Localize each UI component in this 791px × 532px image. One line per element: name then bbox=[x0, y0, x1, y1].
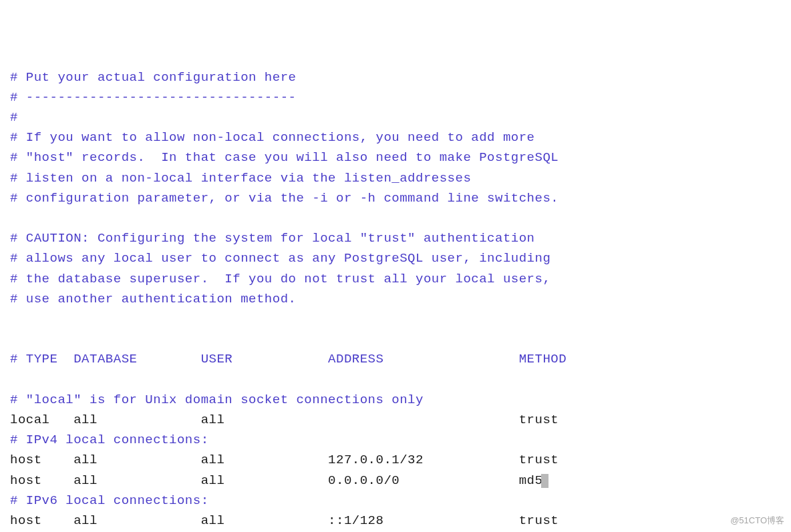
config-comment-line: # ---------------------------------- bbox=[10, 87, 781, 107]
config-comment-line: # allows any local user to connect as an… bbox=[10, 248, 781, 268]
config-comment-line bbox=[10, 309, 781, 329]
config-comment-line: # TYPE DATABASE USER ADDRESS METHOD bbox=[10, 349, 781, 369]
config-comment-line: # Put your actual configuration here bbox=[10, 67, 781, 87]
config-comment-line: # use another authentication method. bbox=[10, 289, 781, 309]
config-entry-line: host all all 0.0.0.0/0 md5 bbox=[10, 471, 781, 491]
config-entry-line: host all all ::1/128 trust bbox=[10, 511, 781, 531]
config-comment-line: # the database superuser. If you do not … bbox=[10, 269, 781, 289]
config-comment-line: # configuration parameter, or via the -i… bbox=[10, 188, 781, 208]
config-comment-line: # IPv6 local connections: bbox=[10, 491, 781, 511]
config-file-content: # Put your actual configuration here# --… bbox=[10, 67, 781, 532]
config-entry-line: local all all trust bbox=[10, 410, 781, 430]
config-entry-line: host all all 127.0.0.1/32 trust bbox=[10, 450, 781, 470]
config-comment-line: # IPv4 local connections: bbox=[10, 430, 781, 450]
watermark: @51CTO博客 bbox=[730, 514, 784, 528]
config-comment-line: # CAUTION: Configuring the system for lo… bbox=[10, 228, 781, 248]
config-comment-line: # bbox=[10, 107, 781, 127]
terminal-cursor bbox=[541, 474, 548, 488]
config-comment-line bbox=[10, 329, 781, 349]
config-comment-line bbox=[10, 370, 781, 390]
config-comment-line bbox=[10, 208, 781, 228]
config-comment-line: # "local" is for Unix domain socket conn… bbox=[10, 390, 781, 410]
config-comment-line: # If you want to allow non-local connect… bbox=[10, 127, 781, 148]
config-comment-line: # listen on a non-local interface via th… bbox=[10, 168, 781, 188]
config-comment-line: # "host" records. In that case you will … bbox=[10, 148, 781, 168]
